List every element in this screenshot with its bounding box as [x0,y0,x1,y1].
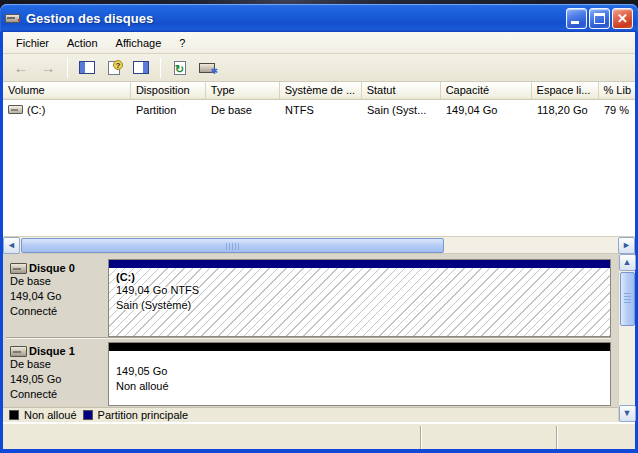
scroll-grip [226,243,240,250]
disk1-info-panel[interactable]: Disque 1 De base 149,05 Go Connecté [6,340,103,406]
disk0-status: Connecté [10,304,101,319]
scroll-up-button[interactable]: ▲ [619,254,636,271]
title-bar[interactable]: Gestion des disques ✕ [0,4,638,32]
vertical-scroll-thumb[interactable] [620,272,635,326]
disk-management-window-icon [5,11,22,26]
partition-c-label: (C:) [116,271,610,283]
show-action-pane-button[interactable] [129,57,153,79]
column-header-systeme[interactable]: Système de ... [280,82,362,100]
help-button[interactable]: ? [102,57,126,79]
espace-libre-cell: 118,20 Go [532,103,599,116]
disk0-type: De base [10,274,101,289]
menu-bar: Fichier Action Affichage ? [3,32,635,54]
window-frame: Fichier Action Affichage ? ← → ? ↻ ✱ Vol… [0,32,638,453]
disk-management-window: Gestion des disques ✕ Fichier Action Aff… [0,4,638,453]
legend-label-primary-partition: Partition principale [98,409,189,421]
toolbar-separator [160,58,161,78]
status-pane-main [3,426,421,449]
scroll-grip [624,293,631,305]
legend-bar: Non alloué Partition principale [3,407,635,422]
column-header-capacite[interactable]: Capacité [441,82,532,100]
back-icon: ← [14,60,29,75]
scroll-right-button[interactable]: ► [618,237,635,254]
legend-label-unallocated: Non alloué [24,409,77,421]
disk1-size: 149,05 Go [10,372,101,387]
menu-action[interactable]: Action [58,34,107,52]
vertical-scrollbar[interactable]: ▲ ▼ [618,254,635,422]
partition-c-region[interactable]: (C:) 149,04 Go NTFS Sain (Système) [108,259,611,337]
volume-list-header: Volume Disposition Type Système de ... S… [3,82,635,100]
unallocated-region[interactable]: 149,05 Go Non alloué [108,342,611,406]
close-icon: ✕ [613,9,632,28]
capacite-cell: 149,04 Go [441,103,532,116]
type-cell: De base [206,103,280,116]
disk-graphical-view: Disque 0 De base 149,04 Go Connecté (C:)… [3,254,635,407]
disk0-size: 149,04 Go [10,289,101,304]
graphical-view-wrap: Disque 0 De base 149,04 Go Connecté (C:)… [3,254,635,422]
partition-c-status: Sain (Système) [116,298,610,313]
maximize-button[interactable] [589,8,610,29]
help-icon: ? [108,61,120,75]
toolbar-separator [67,58,68,78]
partition-c-body: (C:) 149,04 Go NTFS Sain (Système) [109,268,610,336]
disk0-region-area: (C:) 149,04 Go NTFS Sain (Système) [103,257,611,337]
legend-item-unallocated: Non alloué [9,409,77,421]
primary-partition-band [109,260,610,268]
menu-affichage[interactable]: Affichage [107,34,171,52]
disk1-status: Connecté [10,387,101,402]
disk1-type: De base [10,357,101,372]
volume-list: Volume Disposition Type Système de ... S… [3,82,635,237]
volume-name: (C:) [27,104,45,116]
legend-item-primary-partition: Partition principale [83,409,189,421]
back-button[interactable]: ← [9,57,33,79]
show-console-tree-icon [79,61,95,74]
column-header-espace-libre[interactable]: Espace li... [532,82,599,100]
scroll-down-button[interactable]: ▼ [619,405,636,422]
toolbar: ← → ? ↻ ✱ [3,54,635,82]
forward-icon: → [41,60,56,75]
column-header-pct-libre[interactable]: % Lib [599,82,636,100]
unallocated-size: 149,05 Go [116,364,610,379]
column-header-statut[interactable]: Statut [362,82,441,100]
status-pane-end [557,426,635,449]
column-header-disposition[interactable]: Disposition [131,82,206,100]
horizontal-scroll-thumb[interactable] [21,238,444,253]
menu-fichier[interactable]: Fichier [7,34,58,52]
disk-management-icon: ✱ [199,63,215,73]
show-console-tree-button[interactable] [75,57,99,79]
window-title: Gestion des disques [26,11,566,26]
drive-icon [8,105,23,114]
unallocated-label: Non alloué [116,379,610,394]
disk0-info-panel[interactable]: Disque 0 De base 149,04 Go Connecté [6,257,103,337]
disk0-name: Disque 0 [29,262,75,274]
disk1-name: Disque 1 [29,345,75,357]
menu-aide[interactable]: ? [170,34,194,52]
forward-button[interactable]: → [36,57,60,79]
minimize-icon [571,21,579,24]
statut-cell: Sain (Syst... [362,103,441,116]
close-button[interactable]: ✕ [612,8,633,29]
disk-row-1: Disque 1 De base 149,05 Go Connecté 149,… [6,340,611,406]
disk-icon [10,346,27,357]
unallocated-body: 149,05 Go Non alloué [109,351,610,405]
minimize-button[interactable] [566,8,587,29]
file-system-cell: NTFS [280,103,362,116]
volume-cell: (C:) [3,103,131,116]
status-pane-mid [421,426,557,449]
disk-management-button[interactable]: ✱ [195,57,219,79]
disk1-region-area: 149,05 Go Non alloué [103,340,611,406]
status-bar [3,422,635,449]
refresh-button[interactable]: ↻ [168,57,192,79]
refresh-icon: ↻ [174,61,186,75]
disk-row-0: Disque 0 De base 149,04 Go Connecté (C:)… [6,257,611,338]
pct-libre-cell: 79 % [599,103,635,116]
show-action-pane-icon [133,61,149,74]
partition-c-size-fs: 149,04 Go NTFS [116,283,610,298]
disk-icon [10,263,27,274]
volume-row-c[interactable]: (C:) Partition De base NTFS Sain (Syst..… [3,100,635,118]
column-header-volume[interactable]: Volume [3,82,131,100]
disposition-cell: Partition [131,103,206,116]
horizontal-scrollbar[interactable]: ◄ ► [3,237,635,254]
scroll-left-button[interactable]: ◄ [3,237,20,254]
column-header-type[interactable]: Type [206,82,280,100]
